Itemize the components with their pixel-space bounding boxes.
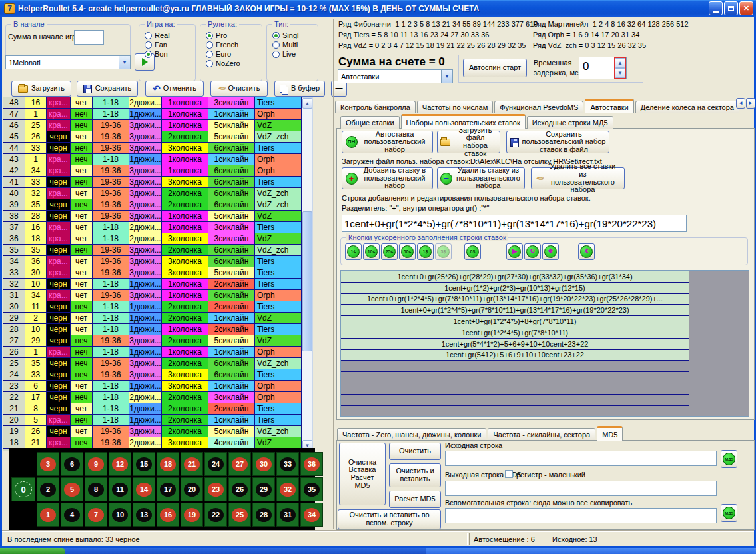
taskbar-window-button[interactable]: [426, 548, 756, 554]
roulette-cell-33[interactable]: 33: [276, 452, 299, 476]
radio-french[interactable]: French: [206, 41, 240, 49]
minimize-button[interactable]: [709, 1, 723, 15]
tab-scroll-left-icon[interactable]: ◄: [736, 98, 745, 109]
radio-multi[interactable]: Multi: [272, 41, 298, 49]
spin-down-icon[interactable]: ▼: [615, 68, 625, 78]
tab-scroll-right-icon[interactable]: ►: [746, 98, 755, 109]
scroll-up-icon[interactable]: ▲: [302, 98, 312, 109]
chevron-down-icon[interactable]: ▼: [119, 56, 130, 69]
remove-all-bets-button[interactable]: ✏ Удалить все ставки из пользовательског…: [531, 167, 625, 189]
roulette-cell-1[interactable]: 1: [37, 503, 59, 527]
roulette-cell-34[interactable]: 34: [300, 503, 323, 527]
roulette-cell-29[interactable]: 29: [252, 477, 275, 501]
roulette-cell-31[interactable]: 31: [276, 503, 299, 527]
roulette-cell-7[interactable]: 7: [85, 503, 107, 527]
bet-string-input[interactable]: [342, 215, 687, 232]
roulette-cell-5[interactable]: 5: [61, 477, 83, 501]
quickfill-button-10x[interactable]: 10¢: [363, 243, 380, 260]
roulette-cell-36[interactable]: 36: [300, 452, 323, 476]
autobet-user-set-button[interactable]: ПН Автоставка пользовательский набор: [342, 131, 433, 153]
bet-list-item[interactable]: 1cent+gr(1*2)+gr(2*3)+gr(10*13)+gr(12*15…: [341, 283, 689, 294]
bottomtab-частота-zero-шансы-дюжины-колонки[interactable]: Частота - Zero, шансы, дюжины, колонки: [337, 428, 486, 441]
md5-clear-button[interactable]: Очистить: [389, 443, 441, 460]
roulette-cell-8[interactable]: 8: [85, 477, 107, 501]
delay-spinner-buttons[interactable]: ▲ ▼: [614, 57, 626, 79]
preset-combobox[interactable]: 1Melonati ▼: [5, 55, 131, 69]
md5-clear-paste-aux-button[interactable]: Очистить и вставить во вспом. строку: [338, 509, 441, 529]
quickfill-button-1x[interactable]: 1¢: [345, 243, 362, 260]
undo-button[interactable]: ↶ Отменить: [145, 81, 204, 97]
delay-spin-edit[interactable]: 0 ▲ ▼: [579, 57, 627, 79]
clear-button[interactable]: ✏ Очистить: [210, 81, 268, 97]
add-bet-button[interactable]: + Добавить ставку в пользовательский наб…: [342, 167, 433, 189]
load-button[interactable]: Загрузить: [11, 81, 71, 97]
quickfill-button-x[interactable]: ▶: [506, 243, 523, 260]
bottomtab-частота-сиклайны-сектора[interactable]: Частота - сиклайны, сектора: [488, 428, 595, 441]
quickfill-button-x[interactable]: ❖: [542, 243, 559, 260]
md5-aux-calc-button[interactable]: МД5: [721, 504, 737, 522]
register-checkbox[interactable]: [505, 470, 513, 478]
md5-source-input[interactable]: [445, 451, 717, 466]
scrollbar-thumb[interactable]: [302, 211, 312, 351]
roulette-cell-35[interactable]: 35: [300, 477, 323, 501]
roulette-cell-15[interactable]: 15: [133, 452, 155, 476]
start-button[interactable]: [0, 548, 65, 554]
quickfill-button-x[interactable]: ✳: [578, 243, 595, 260]
start-sum-input[interactable]: [74, 30, 104, 45]
bottomtab-md5[interactable]: MD5: [597, 426, 623, 441]
roulette-cell-24[interactable]: 24: [204, 452, 227, 476]
bet-list-item[interactable]: 1cent+0+gr(1*2*4*5)+gr(7*8*10*11)+gr(13*…: [341, 294, 689, 305]
tab-деление-колеса-на-сектора[interactable]: Деление колеса на сектора: [635, 101, 739, 113]
bet-list-item[interactable]: 1cent+gr(1*2*4*5)+gr(7*8*10*11): [341, 327, 689, 339]
md5-source-calc-button[interactable]: МД5: [721, 450, 737, 468]
roulette-cell-9[interactable]: 9: [85, 452, 107, 476]
radio-euro[interactable]: Euro: [206, 50, 240, 58]
bet-list-empty-row[interactable]: [341, 372, 689, 383]
quickfill-button-1x[interactable]: 1$: [417, 243, 434, 260]
subtab-наборы-пользовательских-ставок[interactable]: Наборы пользовательских ставок: [401, 114, 526, 129]
spin-up-icon[interactable]: ▲: [615, 58, 625, 68]
quickfill-button-50x[interactable]: 50¢: [399, 243, 416, 260]
roulette-cell-25[interactable]: 25: [228, 503, 251, 527]
bet-list-empty-row[interactable]: [341, 395, 689, 406]
radio-live[interactable]: Live: [272, 50, 298, 58]
bet-list-empty-row[interactable]: [341, 361, 689, 372]
subtab-исходные-строки-мд5[interactable]: Исходные строки МД5: [527, 116, 613, 129]
md5-stack-button[interactable]: Очистка Вставка Расчет MD5: [339, 443, 386, 505]
md5-calc-button[interactable]: Расчет MD5: [389, 491, 441, 508]
bet-list-item[interactable]: 1cent+0+gr(1*2*4*5)+gr(7*8*10*11)+gr(13*…: [341, 305, 689, 316]
mode-combobox[interactable]: Автоставки ▼: [338, 69, 453, 83]
md5-aux-input[interactable]: [445, 508, 717, 523]
roulette-cell-zero[interactable]: 0: [11, 477, 35, 501]
bet-list-item[interactable]: 1cent+gr(5412)+5+6+9+10+10cent+23+22: [341, 350, 689, 361]
md5-output-input[interactable]: [445, 481, 717, 496]
roulette-cell-26[interactable]: 26: [228, 477, 251, 501]
chevron-down-icon[interactable]: ▼: [441, 70, 452, 83]
bet-list-empty-row[interactable]: [341, 383, 689, 395]
roulette-cell-22[interactable]: 22: [204, 503, 227, 527]
radio-singl[interactable]: Singl: [272, 31, 298, 39]
maximize-button[interactable]: [724, 1, 738, 15]
autospin-start-button[interactable]: Автоспин старт: [463, 59, 527, 77]
roulette-cell-23[interactable]: 23: [204, 477, 227, 501]
bet-list-empty-row[interactable]: [341, 406, 689, 417]
quickfill-button-0x[interactable]: 0$: [464, 243, 481, 260]
roulette-cell-20[interactable]: 20: [181, 477, 203, 501]
quickfill-button-25x[interactable]: 25¢: [381, 243, 398, 260]
radio-pro[interactable]: Pro: [206, 31, 240, 39]
bet-list-item[interactable]: 1cent+0+gr(1*2*4*5)+8+gr(7*8*10*11): [341, 316, 689, 327]
roulette-cell-6[interactable]: 6: [61, 452, 83, 476]
subtab-общие-ставки[interactable]: Общие ставки: [340, 116, 400, 129]
roulette-cell-28[interactable]: 28: [252, 503, 275, 527]
save-button[interactable]: Сохранить: [77, 81, 138, 97]
close-button[interactable]: ✕: [739, 1, 753, 15]
load-set-file-button[interactable]: Загрузить файл набора ставок: [437, 131, 500, 153]
roulette-cell-19[interactable]: 19: [181, 503, 203, 527]
roulette-cell-18[interactable]: 18: [157, 452, 179, 476]
bet-list-item[interactable]: 1cent+0+gr(25*26)+gr(28*29)+gr(27*30)+gr…: [341, 271, 689, 283]
radio-bon[interactable]: Bon: [145, 50, 170, 58]
roulette-cell-27[interactable]: 27: [228, 452, 251, 476]
roulette-cell-11[interactable]: 11: [109, 477, 131, 501]
roulette-cell-2[interactable]: 2: [37, 477, 59, 501]
roulette-cell-10[interactable]: 10: [109, 503, 131, 527]
